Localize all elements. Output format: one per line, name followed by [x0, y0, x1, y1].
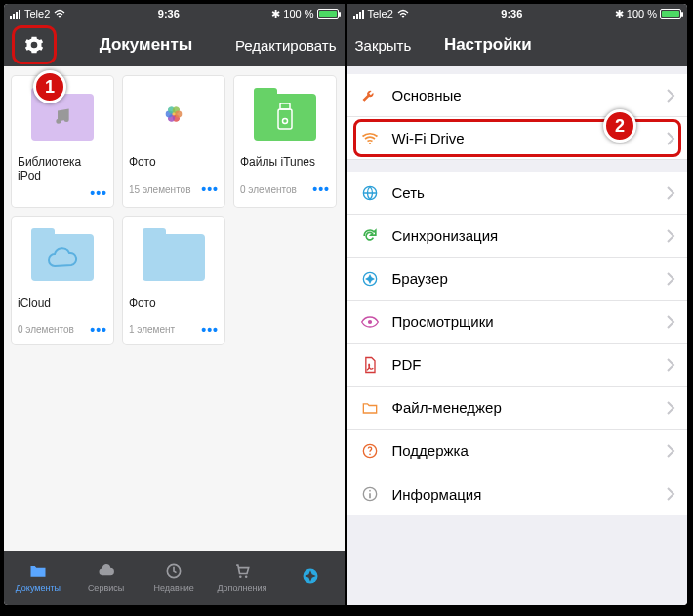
- tab-cloud[interactable]: Сервисы: [79, 561, 134, 593]
- photos-icon: [161, 102, 186, 127]
- settings-row-compass[interactable]: Браузер: [347, 258, 688, 301]
- row-label: Просмотрщики: [392, 313, 655, 330]
- folder-tile[interactable]: iCloud 0 элементов •••: [12, 217, 113, 344]
- settings-row-refresh[interactable]: Синхронизация: [347, 215, 688, 258]
- chevron-right-icon: [666, 487, 675, 501]
- folder-icon: [359, 398, 381, 418]
- folder-icon: [254, 94, 316, 141]
- svg-rect-7: [280, 103, 290, 109]
- info-icon: [359, 484, 381, 504]
- row-label: Сеть: [392, 185, 655, 201]
- page-title: Настройки: [385, 35, 592, 55]
- gear-icon: [24, 35, 44, 55]
- row-label: PDF: [392, 356, 655, 373]
- compass-icon: [359, 269, 381, 289]
- signal-icon: [10, 10, 20, 19]
- page-title: Документы: [62, 35, 229, 55]
- bluetooth-icon: ✱: [271, 8, 280, 21]
- tab-label: Недавние: [154, 583, 194, 593]
- chevron-right-icon: [666, 315, 675, 329]
- carrier-label: Tele2: [368, 8, 393, 20]
- clock-label: 9:36: [413, 8, 611, 20]
- tile-subtitle: 1 элемент: [129, 324, 175, 335]
- clock-label: 9:36: [69, 8, 267, 20]
- row-label: Основные: [392, 87, 655, 103]
- tab-compass[interactable]: [283, 566, 338, 588]
- battery-label: 100 %: [283, 8, 313, 20]
- chevron-right-icon: [666, 358, 675, 372]
- phone-settings: Tele2 9:36 ✱ 100 % Закрыть Настройки Осн…: [345, 4, 688, 605]
- tab-bar: ДокументыСервисыНедавниеДополнения: [4, 551, 345, 605]
- signal-icon: [353, 10, 364, 19]
- row-label: Поддержка: [392, 442, 655, 459]
- edit-button[interactable]: Редактировать: [235, 37, 337, 54]
- cloud-icon: [96, 561, 117, 581]
- status-bar: Tele2 9:36 ✱ 100 %: [4, 4, 345, 23]
- tile-name: Фото: [123, 152, 224, 182]
- eye-icon: [359, 312, 381, 332]
- folder-tile[interactable]: Файлы iTunes 0 элементов •••: [234, 76, 336, 207]
- chevron-right-icon: [666, 132, 675, 145]
- settings-row-wrench[interactable]: Основные: [347, 74, 688, 117]
- question-icon: [359, 441, 381, 461]
- settings-row-pdf[interactable]: PDF: [347, 344, 688, 387]
- tile-name: iCloud: [12, 293, 113, 322]
- tile-name: Фото: [123, 293, 224, 322]
- wifi-icon: [54, 9, 65, 19]
- more-icon[interactable]: •••: [312, 182, 330, 197]
- more-icon[interactable]: •••: [90, 185, 107, 201]
- tile-name: Библиотека iPod: [12, 152, 113, 185]
- cart-icon: [231, 561, 253, 581]
- phone-documents: Tele2 9:36 ✱ 100 % Документы Редактирова…: [4, 4, 345, 605]
- folder-tile[interactable]: Фото 1 элемент •••: [123, 217, 224, 344]
- svg-point-6: [175, 111, 182, 118]
- tab-folder[interactable]: Документы: [11, 561, 65, 593]
- row-label: Синхронизация: [392, 227, 655, 244]
- svg-point-14: [368, 142, 370, 144]
- globe-icon: [359, 184, 381, 203]
- tab-label: Дополнения: [217, 583, 266, 593]
- row-label: Файл-менеджер: [392, 399, 655, 416]
- folder-icon: [27, 561, 49, 581]
- wrench-icon: [359, 86, 381, 105]
- documents-grid: Библиотека iPod ••• Фото 15 элементов ••…: [4, 66, 345, 551]
- tab-clock[interactable]: Недавние: [146, 561, 201, 593]
- settings-row-folder[interactable]: Файл-менеджер: [347, 387, 688, 430]
- compass-icon: [300, 566, 321, 586]
- step-marker-2: 2: [603, 109, 636, 143]
- more-icon[interactable]: •••: [201, 182, 219, 197]
- chevron-right-icon: [666, 186, 675, 200]
- clock-icon: [163, 561, 184, 581]
- settings-row-question[interactable]: Поддержка: [347, 430, 688, 472]
- pdf-icon: [359, 355, 381, 375]
- tab-cart[interactable]: Дополнения: [215, 561, 269, 593]
- chevron-right-icon: [666, 444, 675, 458]
- settings-row-globe[interactable]: Сеть: [347, 172, 688, 215]
- svg-point-17: [367, 319, 371, 323]
- folder-icon: [143, 234, 205, 281]
- chevron-right-icon: [666, 89, 675, 103]
- battery-icon: [660, 9, 681, 19]
- settings-row-info[interactable]: Информация: [347, 472, 688, 515]
- folder-tile[interactable]: Фото 15 элементов •••: [123, 76, 224, 207]
- wifi-icon: [397, 9, 409, 19]
- chevron-right-icon: [666, 229, 675, 243]
- svg-point-11: [239, 576, 242, 579]
- step-marker-1: 1: [33, 70, 66, 103]
- svg-point-12: [245, 576, 248, 579]
- settings-button[interactable]: [12, 25, 57, 64]
- refresh-icon: [359, 226, 381, 246]
- settings-row-eye[interactable]: Просмотрщики: [347, 301, 688, 344]
- battery-icon: [317, 9, 339, 19]
- folder-icon: [31, 234, 94, 281]
- row-label: Информация: [392, 486, 655, 503]
- more-icon[interactable]: •••: [90, 322, 107, 338]
- chevron-right-icon: [666, 272, 675, 286]
- tab-label: Сервисы: [88, 583, 124, 593]
- nav-bar: Закрыть Настройки: [347, 23, 688, 66]
- more-icon[interactable]: •••: [201, 322, 219, 338]
- tile-subtitle: 0 элементов: [18, 324, 74, 335]
- battery-label: 100 %: [627, 8, 657, 20]
- svg-point-9: [283, 119, 288, 124]
- row-label: Браузер: [392, 270, 655, 287]
